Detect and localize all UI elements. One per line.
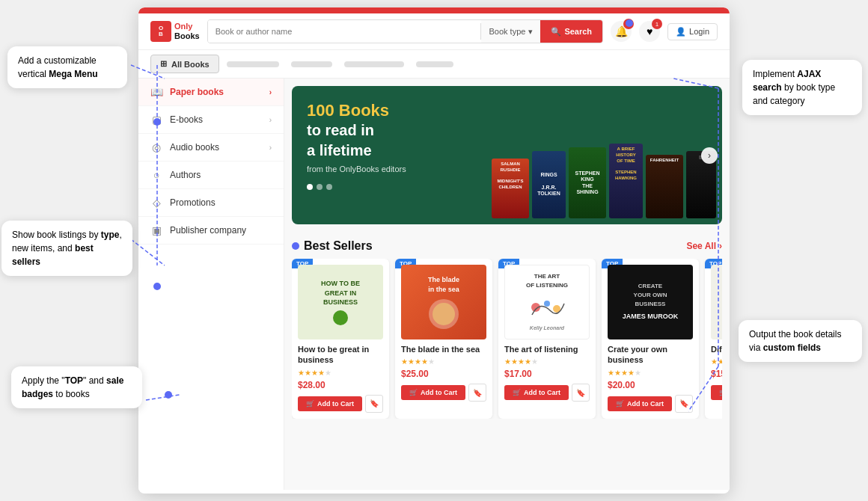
book-stars-1: ★★★★★ [298,369,383,377]
hero-dot-3[interactable] [326,184,332,190]
hero-book-3: STEPHENKINGTHESHINING [569,147,606,218]
login-button[interactable]: 👤 Login [667,23,718,40]
book-price-4: $20.00 [608,380,693,390]
search-button[interactable]: 🔍 Search [540,20,602,43]
chevron-down-icon: ▾ [528,27,533,37]
cart-icon: 🛒 [306,400,314,408]
top-badges-annotation: Apply the "TOP" and sale badges to books [11,366,142,408]
wishlist-button[interactable]: ♥ 1 [639,21,660,42]
add-to-cart-button-1[interactable]: 🛒 Add to Cart [298,396,362,411]
search-type-dropdown[interactable]: Book type ▾ [481,20,540,43]
cart-icon: 🛒 [409,389,418,396]
hero-text: 100 Books to read ina lifetime from the … [292,86,486,224]
browser-window: O B Only Books Book type ▾ 🔍 Search [138,7,730,494]
book-action-1: 🛒 Add to Cart 🔖 [298,395,383,413]
book-card-1: TOP HOW TO BEGREAT INBUSINESS How to be … [292,259,389,419]
add-to-cart-button-3[interactable]: 🛒 Add to Cart [504,385,569,400]
sub-nav-links [227,61,718,67]
book-stars-2: ★★★★★ [401,357,486,366]
sidebar-item-ebooks[interactable]: ▢ E-books › [138,106,284,134]
book-title-2: The blade in the sea [401,344,486,354]
book-cover-5: DIFFERENTWINTER [711,265,722,339]
tag-icon: ◇ [150,197,162,209]
book-action-3: 🛒 Add to Cart 🔖 [504,384,590,402]
hero-dot-1[interactable] [307,184,313,190]
logo-icon: O B [150,21,171,42]
author-icon: ○ [150,169,162,181]
book-price-2: $25.00 [401,369,486,379]
hero-next-button[interactable]: › [701,147,718,164]
sidebar-item-authors[interactable]: ○ Authors [138,162,284,189]
all-books-button[interactable]: ⊞ All Books [150,55,219,73]
sidebar-item-publisher[interactable]: ▣ Publisher company [138,217,284,245]
book-title-4: Crate your own business [608,344,693,366]
cart-icon: 🛒 [513,389,521,396]
book-stars-4: ★★★★★ [608,369,693,377]
hero-dots [307,184,471,190]
best-sellers-section: Best Sellers See All › TOP HOW TO BE [284,232,730,426]
main-layout: 📖 Paper books › ▢ E-books › ◎ Audio book… [138,79,730,490]
logo[interactable]: O B Only Books [150,21,200,42]
bookmark-button-1[interactable]: 🔖 [365,395,383,413]
sidebar-label-ebooks: E-books [170,114,203,125]
sidebar-label-paper-books: Paper books [170,87,224,97]
sidebar-item-paper-books[interactable]: 📖 Paper books › [138,79,284,106]
sub-nav: ⊞ All Books [138,50,730,79]
book-card-4: TOP CREATEYOUR OWNBUSINESS JAMES MUROOK … [602,259,699,419]
notifications-button[interactable]: 🔔 1 [611,21,632,42]
hero-book-1: SALMANRUSHDIEMIDNIGHT'SCHILDREN [492,159,529,218]
hero-headline: 100 Books to read ina lifetime [307,101,471,160]
add-to-cart-button-5[interactable]: 🛒 Add to Cart [711,385,722,400]
mega-menu-annotation: Add a customizable vertical Mega Menu [7,46,127,88]
sidebar-label-publisher: Publisher company [170,225,246,236]
building-icon: ▣ [150,224,162,236]
book-card-5: TOP DIFFERENTWINTER [705,259,722,419]
heart-icon: ♥ [647,25,652,37]
search-bar[interactable]: Book type ▾ 🔍 Search [207,19,603,43]
search-icon: 🔍 [551,27,561,37]
headphone-icon: ◎ [150,141,162,153]
see-all-button[interactable]: See All › [686,241,722,251]
book-stars-5: ★★★★★ [711,357,722,366]
custom-fields-annotation: Output the book details via custom field… [739,320,862,362]
bookmark-button-4[interactable]: 🔖 [675,395,693,413]
svg-point-11 [544,301,550,307]
arrow-icon: › [269,88,272,96]
section-title-dot [292,242,299,250]
sidebar-label-authors: Authors [170,170,201,180]
book-action-4: 🛒 Add to Cart 🔖 [608,395,693,413]
mega-menu-bold: Mega Menu [49,69,97,79]
book-price-3: $17.00 [504,369,590,379]
sidebar-label-audiobooks: Audio books [170,142,219,153]
content-area: 100 Books to read ina lifetime from the … [284,79,730,490]
book-cover-4: CREATEYOUR OWNBUSINESS JAMES MUROOK [608,265,693,339]
hero-book-2: RINGSJ.R.R.TOLKIEN [532,151,566,218]
user-icon: 👤 [676,27,686,37]
ajax-search-annotation: Implement AJAX search by book type and c… [742,60,862,115]
book-card-2: TOP The bladein the sea The blade in the… [395,259,492,419]
bookmark-button-2[interactable]: 🔖 [468,384,486,402]
tablet-icon: ▢ [150,114,162,126]
book-stars-3: ★★★★★ [504,357,590,366]
nav-link-placeholder [344,61,404,67]
sidebar-item-audiobooks[interactable]: ◎ Audio books › [138,134,284,162]
add-to-cart-button-2[interactable]: 🛒 Add to Cart [401,385,465,400]
hero-dot-2[interactable] [317,184,323,190]
search-input[interactable] [208,20,481,43]
grid-icon: ⊞ [160,59,167,69]
book-grid: TOP HOW TO BEGREAT INBUSINESS How to be … [292,259,722,419]
see-all-arrow-icon: › [719,241,722,251]
sidebar-label-promotions: Promotions [170,197,216,208]
browser-topbar [138,7,730,13]
book-title-5: Different Winter [711,344,722,354]
book-action-2: 🛒 Add to Cart 🔖 [401,384,486,402]
book-title-1: How to be great in business [298,344,383,366]
book-card-3: TOP THE ARTOF LISTENING [498,259,596,419]
bookmark-button-3[interactable]: 🔖 [572,384,590,402]
hero-banner: 100 Books to read ina lifetime from the … [292,86,722,224]
add-to-cart-button-4[interactable]: 🛒 Add to Cart [608,396,672,411]
sidebar-item-promotions[interactable]: ◇ Promotions [138,189,284,217]
cart-icon: 🛒 [719,389,722,396]
sidebar: 📖 Paper books › ▢ E-books › ◎ Audio book… [138,79,284,490]
section-header: Best Sellers See All › [292,232,722,259]
